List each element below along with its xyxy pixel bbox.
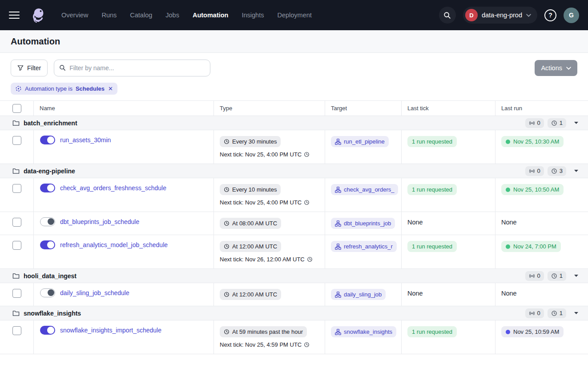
nav-item-automation[interactable]: Automation bbox=[193, 12, 229, 19]
last-run-link[interactable]: Nov 25, 10:30 AM bbox=[501, 136, 564, 147]
schedule-count-badge[interactable]: 1 bbox=[548, 308, 566, 318]
last-tick-status[interactable]: 1 run requested bbox=[407, 241, 457, 252]
last-run-link[interactable]: Nov 24, 7:00 PM bbox=[501, 241, 561, 252]
schedule-type-tag: At 08:00 AM UTC bbox=[220, 218, 281, 229]
last-run-text: Nov 25, 10:50 AM bbox=[513, 186, 559, 193]
schedule-type-text: At 12:00 AM UTC bbox=[232, 243, 277, 250]
page-title: Automation bbox=[11, 36, 60, 47]
caret-down-icon[interactable] bbox=[574, 122, 578, 124]
close-icon[interactable]: ✕ bbox=[108, 85, 113, 92]
automation-name-link[interactable]: snowflake_insights_import_schedule bbox=[60, 326, 161, 335]
sensor-count-badge[interactable]: 0 bbox=[525, 271, 544, 281]
automation-toggle[interactable] bbox=[40, 288, 55, 297]
nav-item-runs[interactable]: Runs bbox=[101, 12, 117, 19]
target-text: check_avg_orders_ bbox=[344, 186, 394, 193]
sensor-count-badge[interactable]: 0 bbox=[525, 308, 544, 318]
target-link[interactable]: snowflake_insights bbox=[331, 326, 396, 337]
last-tick-status[interactable]: 1 run requested bbox=[407, 184, 457, 195]
schedule-type-text: At 12:00 AM UTC bbox=[232, 291, 277, 298]
column-header-target: Target bbox=[325, 101, 401, 116]
nav-item-deployment[interactable]: Deployment bbox=[277, 12, 311, 19]
row-checkbox[interactable] bbox=[12, 218, 21, 227]
schedule-type-text: At 59 minutes past the hour bbox=[232, 328, 303, 335]
clock-icon[interactable] bbox=[304, 200, 310, 205]
clock-icon bbox=[551, 168, 557, 174]
run-status-dot bbox=[506, 244, 510, 249]
last-tick-none: None bbox=[407, 290, 423, 297]
target-link[interactable]: check_avg_orders_ bbox=[331, 184, 398, 195]
clock-icon[interactable] bbox=[304, 152, 310, 157]
table-row: run_assets_30min Every 30 minutes Next t… bbox=[0, 130, 588, 164]
actions-button[interactable]: Actions bbox=[535, 60, 577, 76]
automation-name-link[interactable]: dbt_blueprints_job_schedule bbox=[60, 218, 139, 226]
table-row: snowflake_insights_import_schedule At 59… bbox=[0, 320, 588, 354]
run-status-dot bbox=[506, 330, 510, 334]
sensor-icon bbox=[529, 310, 535, 316]
filter-chip-automation-type[interactable]: Automation type is Schedules ✕ bbox=[11, 83, 117, 95]
clock-icon[interactable] bbox=[307, 256, 313, 262]
page-header: Automation bbox=[0, 30, 588, 53]
sensor-count-badge[interactable]: 0 bbox=[525, 118, 544, 128]
filter-button[interactable]: Filter bbox=[11, 60, 48, 76]
folder-icon bbox=[12, 272, 20, 280]
clock-icon bbox=[551, 120, 557, 126]
automation-name-link[interactable]: refresh_analytics_model_job_schedule bbox=[60, 241, 168, 249]
automation-toggle[interactable] bbox=[40, 136, 55, 144]
caret-down-icon[interactable] bbox=[574, 275, 578, 277]
actions-button-label: Actions bbox=[541, 64, 562, 72]
sensor-count-badge[interactable]: 0 bbox=[525, 166, 544, 176]
last-run-none: None bbox=[501, 290, 517, 297]
last-tick-status[interactable]: 1 run requested bbox=[407, 326, 457, 337]
schedule-count-badge[interactable]: 3 bbox=[548, 166, 566, 176]
search-button[interactable] bbox=[439, 7, 456, 24]
clock-icon bbox=[224, 329, 230, 335]
schedule-type-tag: At 59 minutes past the hour bbox=[220, 326, 307, 337]
nav-item-jobs[interactable]: Jobs bbox=[165, 12, 179, 19]
automation-toggle[interactable] bbox=[40, 217, 55, 226]
schedule-count-badge[interactable]: 1 bbox=[548, 118, 566, 128]
run-status-dot bbox=[506, 188, 510, 192]
select-all-checkbox[interactable] bbox=[12, 104, 21, 113]
automation-name-link[interactable]: check_avg_orders_freshness_schdule bbox=[60, 184, 166, 192]
nav-item-insights[interactable]: Insights bbox=[242, 12, 264, 19]
clock-icon[interactable] bbox=[304, 342, 310, 348]
target-link[interactable]: dbt_blueprints_job bbox=[331, 218, 395, 229]
last-run-link[interactable]: Nov 25, 10:59 AM bbox=[501, 326, 564, 337]
row-checkbox[interactable] bbox=[12, 184, 21, 193]
deployment-switcher[interactable]: D data-eng-prod bbox=[463, 7, 537, 24]
clock-icon bbox=[224, 220, 230, 226]
last-run-link[interactable]: Nov 25, 10:50 AM bbox=[501, 184, 564, 195]
group-name: data-eng-pipeline bbox=[24, 168, 75, 175]
help-icon[interactable]: ? bbox=[544, 9, 556, 21]
row-checkbox[interactable] bbox=[12, 241, 21, 250]
schedule-type-text: At 08:00 AM UTC bbox=[232, 220, 277, 227]
search-input[interactable] bbox=[54, 60, 210, 76]
target-link[interactable]: refresh_analytics_r bbox=[331, 241, 397, 252]
menu-icon[interactable] bbox=[9, 12, 20, 19]
automation-name-link[interactable]: daily_sling_job_schedule bbox=[60, 289, 129, 297]
automation-toggle[interactable] bbox=[40, 326, 55, 335]
dagster-logo-icon[interactable] bbox=[29, 6, 47, 24]
user-avatar[interactable]: G bbox=[564, 8, 579, 23]
row-checkbox[interactable] bbox=[12, 326, 21, 335]
automation-name-link[interactable]: run_assets_30min bbox=[60, 136, 111, 144]
toggle-knob bbox=[47, 184, 54, 192]
target-link[interactable]: daily_sling_job bbox=[331, 289, 386, 300]
automation-toggle[interactable] bbox=[40, 240, 55, 249]
caret-down-icon[interactable] bbox=[574, 170, 578, 172]
schedule-count: 1 bbox=[560, 120, 563, 126]
row-checkbox[interactable] bbox=[12, 289, 21, 298]
schedule-type-tag: At 12:00 AM UTC bbox=[220, 289, 281, 300]
caret-down-icon[interactable] bbox=[574, 312, 578, 314]
schedule-count-badge[interactable]: 1 bbox=[548, 271, 566, 281]
clock-icon bbox=[224, 292, 230, 297]
last-tick-status[interactable]: 1 run requested bbox=[407, 136, 457, 147]
column-header-type: Type bbox=[213, 101, 325, 116]
active-filters: Automation type is Schedules ✕ bbox=[0, 83, 588, 100]
row-checkbox[interactable] bbox=[12, 136, 21, 145]
automation-toggle[interactable] bbox=[40, 184, 55, 192]
sensor-count: 0 bbox=[537, 310, 540, 316]
nav-item-catalog[interactable]: Catalog bbox=[130, 12, 152, 19]
target-link[interactable]: run_etl_pipeline bbox=[331, 136, 389, 147]
nav-item-overview[interactable]: Overview bbox=[61, 12, 88, 19]
